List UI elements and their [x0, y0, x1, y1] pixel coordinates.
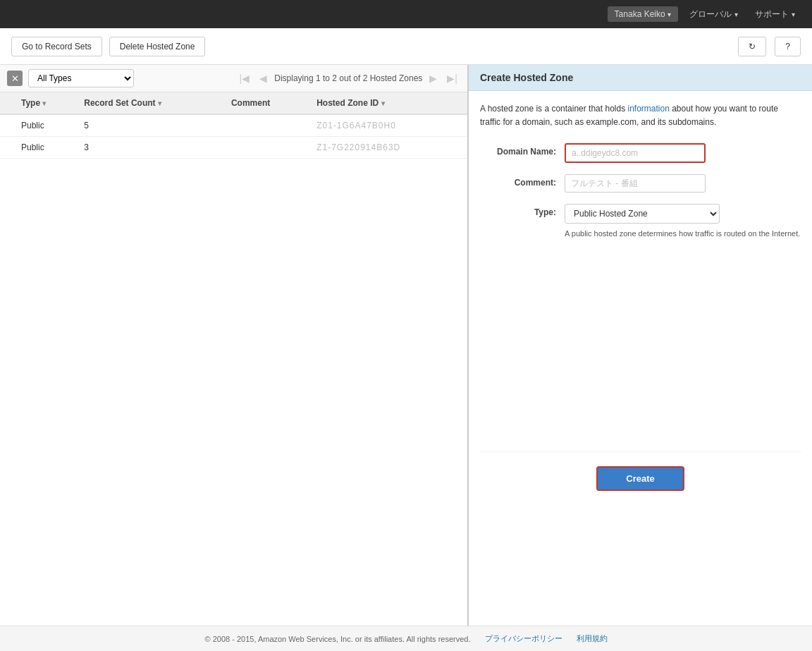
col-hosted-zone-id[interactable]: Hosted Zone ID ▾	[309, 92, 467, 114]
global-menu[interactable]: グローバル ▾	[684, 6, 744, 23]
copyright-text: © 2008 - 2015, Amazon Web Services, Inc.…	[205, 635, 471, 643]
support-menu[interactable]: サポート ▾	[749, 6, 801, 23]
row-2-count: 3	[77, 137, 224, 159]
type-row: Type: Public Hosted Zone Private Hosted …	[480, 204, 801, 240]
row-2-checkbox[interactable]	[0, 137, 14, 159]
row-1-type: Public	[14, 114, 77, 137]
row-1-checkbox[interactable]	[0, 114, 14, 137]
domain-name-input[interactable]	[565, 143, 706, 163]
user-menu[interactable]: Tanaka Keiko ▾	[608, 6, 678, 22]
support-chevron-icon: ▾	[792, 11, 795, 18]
global-label: グローバル	[689, 8, 732, 20]
main-layout: ✕ All Types Public Hosted Zone Private H…	[0, 65, 812, 626]
col-record-set-count[interactable]: Record Set Count ▾	[77, 92, 224, 114]
toolbar-actions: ↻ ?	[738, 37, 801, 56]
user-label: Tanaka Keiko	[615, 9, 665, 19]
comment-label: Comment:	[480, 174, 565, 188]
support-label: サポート	[755, 8, 789, 20]
last-page-button[interactable]: ▶|	[444, 71, 460, 85]
toolbar: Go to Record Sets Delete Hosted Zone ↻ ?	[0, 28, 812, 65]
hosted-zones-table: Type ▾ Record Set Count ▾ Comment Hosted…	[0, 92, 467, 159]
delete-hosted-zone-button[interactable]: Delete Hosted Zone	[109, 37, 206, 56]
info-link[interactable]: information	[627, 104, 669, 114]
pagination-text: Displaying 1 to 2 out of 2 Hosted Zones	[274, 73, 422, 83]
col-comment: Comment	[224, 92, 309, 114]
type-select[interactable]: Public Hosted Zone Private Hosted Zone	[565, 204, 720, 224]
table-header-row: Type ▾ Record Set Count ▾ Comment Hosted…	[0, 92, 467, 114]
row-2-comment	[224, 137, 309, 159]
filter-close-button[interactable]: ✕	[7, 71, 23, 86]
footer: © 2008 - 2015, Amazon Web Services, Inc.…	[0, 626, 812, 651]
row-1-count: 5	[77, 114, 224, 137]
table-body: Public 5 Z01-1G6A47B0H0 Public 3 Z1-7G22…	[0, 114, 467, 159]
id-sort-icon: ▾	[381, 99, 385, 107]
prev-page-button[interactable]: ◀	[257, 71, 270, 85]
create-button[interactable]: Create	[596, 466, 684, 491]
comment-field	[565, 174, 801, 193]
panel-body: A hosted zone is a container that holds …	[469, 91, 812, 516]
go-to-record-sets-button[interactable]: Go to Record Sets	[11, 37, 102, 56]
panel-description: A hosted zone is a container that holds …	[480, 102, 801, 129]
comment-row: Comment:	[480, 174, 801, 193]
global-chevron-icon: ▾	[734, 11, 738, 18]
help-button[interactable]: ?	[775, 37, 801, 56]
panel-title: Create Hosted Zone	[469, 65, 812, 91]
terms-link[interactable]: 利用規約	[577, 633, 608, 644]
pagination: |◀ ◀ Displaying 1 to 2 out of 2 Hosted Z…	[237, 71, 460, 85]
type-filter-select[interactable]: All Types Public Hosted Zone Private Hos…	[28, 69, 134, 87]
col-type[interactable]: Type ▾	[14, 92, 77, 114]
refresh-button[interactable]: ↻	[738, 37, 766, 56]
type-sort-icon: ▾	[42, 99, 46, 107]
create-button-area: Create	[480, 451, 801, 505]
type-field: Public Hosted Zone Private Hosted Zone A…	[565, 204, 801, 240]
type-label: Type:	[480, 204, 565, 217]
close-icon: ✕	[11, 73, 19, 84]
privacy-policy-link[interactable]: プライバシーポリシー	[485, 633, 562, 644]
row-2-type: Public	[14, 137, 77, 159]
first-page-button[interactable]: |◀	[237, 71, 253, 85]
comment-input[interactable]	[565, 174, 706, 193]
row-2-id: Z1-7G220914B63D	[309, 137, 467, 159]
table-row[interactable]: Public 5 Z01-1G6A47B0H0	[0, 114, 467, 137]
count-sort-icon: ▾	[158, 99, 161, 107]
table-container: Type ▾ Record Set Count ▾ Comment Hosted…	[0, 92, 467, 626]
row-1-comment	[224, 114, 309, 137]
top-navigation: Tanaka Keiko ▾ グローバル ▾ サポート ▾	[0, 0, 812, 28]
type-hint: A public hosted zone determines how traf…	[565, 228, 801, 240]
left-panel: ✕ All Types Public Hosted Zone Private H…	[0, 65, 469, 626]
filter-bar: ✕ All Types Public Hosted Zone Private H…	[0, 65, 467, 92]
row-1-id: Z01-1G6A47B0H0	[309, 114, 467, 137]
domain-name-label: Domain Name:	[480, 143, 565, 157]
col-checkbox	[0, 92, 14, 114]
user-chevron-icon: ▾	[668, 11, 671, 18]
table-row[interactable]: Public 3 Z1-7G220914B63D	[0, 137, 467, 159]
next-page-button[interactable]: ▶	[426, 71, 440, 85]
domain-name-row: Domain Name:	[480, 143, 801, 163]
right-panel: Create Hosted Zone A hosted zone is a co…	[469, 65, 812, 626]
domain-name-field	[565, 143, 801, 163]
